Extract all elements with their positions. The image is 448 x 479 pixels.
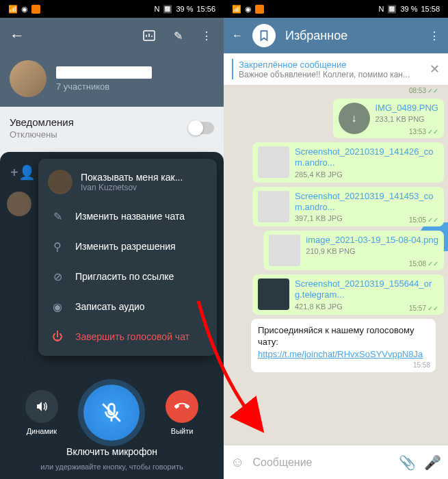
menu-rename[interactable]: ✎Изменить название чата — [38, 201, 217, 231]
voice-chat-sheet: +👤 Показывать меня как... Ivan Kuznetsov… — [0, 152, 224, 479]
file-message[interactable]: Screenshot_20210319_141453_com.andro... … — [252, 187, 444, 227]
notifications-row[interactable]: Уведомления Отключены — [0, 107, 224, 149]
group-avatar — [10, 60, 47, 97]
menu-permissions[interactable]: ⚲Изменить разрешения — [38, 231, 217, 261]
call-controls: Динамик Выйти Включить микрофон или удер… — [0, 385, 224, 471]
app-badge-icon — [31, 5, 40, 14]
battery-icon: 🔲 — [163, 5, 172, 14]
file-message[interactable]: image_2021-03-19_15-08-04.png 210,9 KB P… — [263, 231, 444, 270]
link-icon: ⊘ — [51, 270, 64, 283]
chat-title: Избранное — [285, 29, 419, 43]
menu-avatar — [48, 170, 73, 194]
message-text: Присоединяйся к нашему голосовому чату: — [258, 325, 414, 348]
saved-icon[interactable] — [252, 24, 276, 47]
app-badge-icon — [255, 5, 264, 14]
file-message[interactable]: Screenshot_20210319_141426_com.andro... … — [252, 142, 444, 183]
file-thumb — [258, 146, 289, 178]
file-thumb — [269, 235, 300, 266]
close-icon[interactable]: ✕ — [430, 62, 440, 77]
menu-header[interactable]: Показывать меня как... Ivan Kuznetsov — [38, 163, 217, 201]
edit-icon[interactable]: ✎ — [170, 28, 185, 43]
nfc-icon: N — [378, 5, 384, 13]
leave-button[interactable] — [166, 390, 198, 423]
poll-icon[interactable] — [142, 28, 157, 43]
group-info[interactable]: 7 участников — [0, 53, 224, 107]
message-input[interactable]: Сообщение — [252, 456, 391, 469]
file-message[interactable]: Screenshot_20210319_155644_org.telegram.… — [252, 274, 444, 315]
hangup-icon: ⏻ — [51, 330, 64, 344]
file-name: IMG_0489.PNG — [375, 103, 439, 114]
more-icon[interactable]: ⋮ — [199, 28, 214, 43]
leave-label: Выйти — [171, 427, 194, 435]
message-time: 15:57✓✓ — [409, 305, 438, 312]
pinned-message[interactable]: Закреплённое сообщение Важное объявление… — [224, 53, 448, 86]
saved-messages-screen: 📶 ◉ N 🔲 39 % 15:58 ← Избранное ⋮ Закрепл… — [224, 0, 448, 479]
file-name: Screenshot_20210319_141453_com.andro... — [295, 191, 438, 213]
file-meta: 285,4 KB JPG — [295, 170, 438, 179]
notif-toggle[interactable] — [189, 122, 214, 134]
file-meta: 233,1 KB PNG — [375, 115, 439, 123]
message-time: 15:08✓✓ — [409, 260, 438, 268]
chat-header: ← ✎ ⋮ — [0, 18, 224, 53]
invite-link[interactable]: https://t.me/joinchat/RHvxSoSYVvppN8Ja — [258, 349, 423, 359]
download-icon[interactable]: ↓ — [339, 103, 370, 134]
file-thumb — [258, 191, 289, 222]
message-time: 13:53✓✓ — [409, 128, 438, 135]
participant-avatar[interactable] — [7, 192, 31, 216]
mic-hint-title: Включить микрофон — [66, 446, 157, 457]
mic-icon[interactable]: 🎤 — [424, 454, 441, 471]
signal-icon: 📶 — [232, 5, 241, 14]
pinned-text: Важное объявление!! Коллеги, помимо кан.… — [239, 70, 424, 79]
wifi-icon: ◉ — [21, 5, 28, 14]
back-icon[interactable]: ← — [10, 27, 25, 44]
back-icon[interactable]: ← — [232, 29, 243, 42]
statusbar: 📶 ◉ N 🔲 39 % 15:58 — [224, 0, 448, 18]
more-icon[interactable]: ⋮ — [429, 29, 440, 42]
signal-icon: 📶 — [8, 5, 18, 14]
nfc-icon: N — [154, 5, 159, 13]
file-name: Screenshot_20210319_141426_com.andro... — [295, 146, 438, 169]
battery-pct: 39 % — [400, 5, 417, 13]
text-message[interactable]: Присоединяйся к нашему голосовому чату: … — [251, 319, 436, 373]
message-time: 15:58 — [413, 361, 430, 370]
emoji-icon[interactable]: ☺ — [230, 454, 244, 470]
file-message[interactable]: ↓ IMG_0489.PNG 233,1 KB PNG 13:53✓✓ — [333, 99, 445, 138]
clock: 15:56 — [196, 5, 215, 13]
pin-accent — [232, 59, 233, 79]
message-time: 15:05✓✓ — [409, 216, 438, 224]
attach-icon[interactable]: 📎 — [399, 454, 416, 471]
menu-header-sub: Ivan Kuznetsov — [81, 183, 183, 192]
pinned-title: Закреплённое сообщение — [239, 60, 424, 70]
key-icon: ⚲ — [51, 240, 64, 253]
file-thumb — [258, 279, 289, 310]
voice-chat-screen: 📶 ◉ N 🔲 39 % 15:56 ← ✎ ⋮ 7 участников Ув… — [0, 0, 224, 479]
battery-pct: 39 % — [176, 5, 193, 13]
menu-end-call[interactable]: ⏻Завершить голосовой чат — [38, 322, 217, 352]
speaker-button[interactable] — [25, 390, 58, 423]
file-name: Screenshot_20210319_155644_org.telegram.… — [295, 279, 438, 301]
speaker-label: Динамик — [27, 427, 57, 435]
menu-header-title: Показывать меня как... — [81, 172, 183, 183]
add-participant-icon[interactable]: +👤 — [10, 164, 28, 182]
chat-header: ← Избранное ⋮ — [224, 18, 448, 53]
clock: 15:58 — [421, 5, 440, 13]
group-title — [56, 66, 152, 79]
context-menu: Показывать меня как... Ivan Kuznetsov ✎И… — [38, 159, 217, 356]
wifi-icon: ◉ — [245, 5, 252, 14]
menu-invite-link[interactable]: ⊘Пригласить по ссылке — [38, 261, 217, 292]
battery-icon: 🔲 — [387, 5, 397, 14]
group-subtitle: 7 участников — [56, 81, 152, 92]
notif-sub: Отключены — [10, 129, 74, 140]
statusbar: 📶 ◉ N 🔲 39 % 15:56 — [0, 0, 224, 18]
pencil-icon: ✎ — [51, 209, 64, 223]
notif-title: Уведомления — [10, 116, 74, 128]
mic-button[interactable] — [83, 385, 140, 441]
file-name: image_2021-03-19_15-08-04.png — [306, 235, 438, 246]
file-meta: 210,9 KB PNG — [306, 247, 438, 255]
message-list[interactable]: 08:53✓✓ ↓ IMG_0489.PNG 233,1 KB PNG 13:5… — [224, 86, 448, 376]
menu-record[interactable]: ◉Записать аудио — [38, 292, 217, 322]
message-time: 08:53✓✓ — [409, 87, 444, 94]
record-icon: ◉ — [51, 300, 64, 313]
mic-hint-sub: или удерживайте кнопку, чтобы говорить — [40, 463, 183, 471]
composer: ☺ Сообщение 📎 🎤 — [224, 445, 448, 479]
